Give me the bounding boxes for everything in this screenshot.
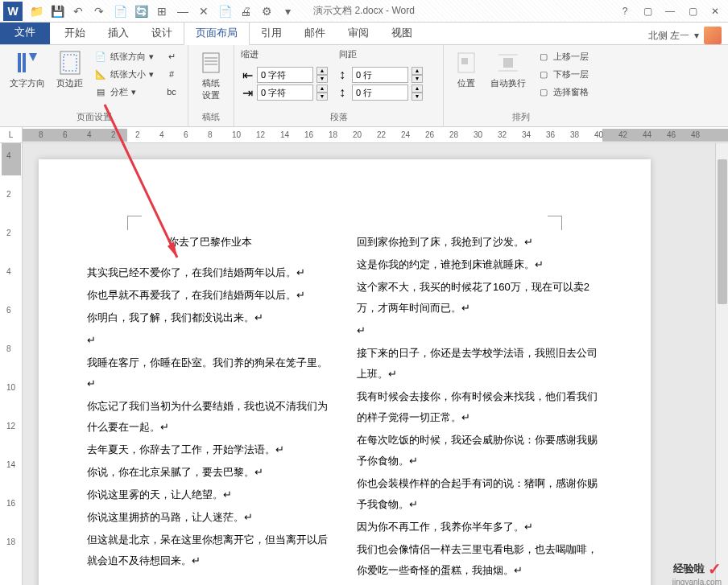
paragraph[interactable]: 这是你我的约定，谁抢到床谁就睡床。↵ (357, 254, 602, 275)
paragraph[interactable]: 我们也会像情侣一样去三里屯看电影，也去喝咖啡，你爱吃一些奇怪的蛋糕，我抽烟。↵ (357, 539, 602, 581)
spin-down[interactable]: ▼ (316, 75, 328, 83)
paragraph[interactable]: 你说，你在北京呆腻了，要去巴黎。↵ (87, 462, 333, 483)
qat-settings-icon[interactable]: ⚙ (259, 4, 274, 19)
group-arrange: 位置 自动换行 ▢上移一层 ▢下移一层 ▢选择窗格 排列 (444, 45, 598, 126)
tab-mailings[interactable]: 邮件 (293, 22, 337, 44)
spacing-title: 间距 (339, 48, 357, 60)
paragraph[interactable]: 你明白，我了解，我们都没说出来。↵ (87, 307, 333, 328)
qat-redo-icon[interactable]: ↷ (92, 4, 106, 19)
scroll-thumb[interactable] (718, 159, 727, 304)
columns-button[interactable]: ▤分栏▾ (91, 84, 157, 100)
tab-home[interactable]: 开始 (53, 22, 97, 44)
paragraph[interactable]: 因为你不再工作，我养你半年多了。↵ (357, 517, 602, 538)
vertical-ruler[interactable]: 4224681012141618 (0, 143, 23, 585)
orientation-button[interactable]: 📄纸张方向▾ (91, 48, 157, 64)
spin-up[interactable]: ▲ (316, 67, 328, 75)
paragraph[interactable]: 其实我已经不爱你了，在我们结婚两年以后。↵ (87, 262, 333, 283)
spin-up[interactable]: ▲ (412, 67, 423, 75)
space-before-input[interactable] (352, 67, 408, 83)
minimize-button[interactable]: — (660, 3, 680, 19)
manuscript-label: 稿纸 设置 (202, 77, 220, 101)
tab-design[interactable]: 设计 (140, 22, 184, 44)
paragraph[interactable]: 我睡在客厅，你睡在卧室。我们养的狗呆在笼子里。↵ (87, 352, 333, 394)
watermark-url: jingyanla.com (672, 578, 722, 585)
qat-close-icon[interactable]: ✕ (196, 4, 211, 19)
paragraph-group-label: 段落 (241, 109, 436, 125)
paragraph[interactable]: 去年夏天，你辞去了工作，开始学法语。↵ (87, 439, 333, 460)
column-2[interactable]: 回到家你抢到了床，我抢到了沙发。↵这是你我的约定，谁抢到床谁就睡床。↵这个家不大… (357, 232, 602, 585)
wrap-button[interactable]: 自动换行 (487, 48, 529, 109)
indent-right-input[interactable] (257, 84, 313, 101)
indent-right-icon: ⇥ (241, 86, 254, 99)
qat-refresh-icon[interactable]: 🔄 (134, 4, 148, 19)
space-after-input[interactable] (352, 84, 408, 101)
paragraph[interactable]: 你也会装模作样的合起手有词的说：猪啊，感谢你赐予我食物。↵ (357, 473, 602, 515)
send-backward-button[interactable]: ▢下移一层 (534, 66, 592, 82)
paragraph[interactable]: 你忘记了我们当初为什么要结婚，我也说不清我们为什么要在一起。↵ (87, 396, 333, 438)
column-1[interactable]: 你去了巴黎作业本 其实我已经不爱你了，在我们结婚两年以后。↵你也早就不再爱我了，… (87, 232, 333, 585)
spin-up[interactable]: ▲ (316, 84, 328, 93)
qat-dash-icon[interactable]: — (176, 4, 190, 19)
paragraph[interactable]: 回到家你抢到了床，我抢到了沙发。↵ (357, 232, 602, 253)
manuscript-button[interactable]: 稿纸 设置 (195, 48, 227, 109)
tab-insert[interactable]: 插入 (97, 22, 140, 44)
paragraph[interactable]: 接下来的日子，你还是去学校学法语，我照旧去公司上班。↵ (357, 343, 602, 385)
wrap-label: 自动换行 (490, 77, 526, 89)
tab-review[interactable]: 审阅 (337, 22, 380, 44)
qat-print-icon[interactable]: 🖨 (238, 4, 253, 19)
spin-up[interactable]: ▲ (412, 84, 423, 93)
selection-pane-button[interactable]: ▢选择窗格 (534, 84, 592, 100)
ruler-corner[interactable]: L (0, 127, 23, 142)
close-button[interactable]: ✕ (705, 3, 725, 19)
ribbon: 文字方向 页边距 📄纸张方向▾ 📐纸张大小▾ ▤分栏▾ ↵ # bc 页面设置 (0, 45, 728, 127)
space-before-icon: ↕ (336, 68, 349, 81)
user-name: 北侧 左一 (648, 29, 689, 43)
paragraph[interactable]: 我有时候会去接你，你有时候会来找我，他们看我们的样子觉得一切正常。↵ (357, 386, 602, 428)
ribbon-toggle-button[interactable]: ▢ (638, 3, 657, 19)
tab-view[interactable]: 视图 (380, 22, 424, 44)
horizontal-ruler[interactable]: L 86422468101214161820222426283032343638… (0, 127, 728, 143)
ribbon-tabs: 文件 开始 插入 设计 页面布局 引用 邮件 审阅 视图 北侧 左一 ▾ (0, 23, 728, 45)
qat-open-icon[interactable]: 📁 (29, 4, 43, 19)
size-button[interactable]: 📐纸张大小▾ (91, 66, 157, 82)
backward-icon: ▢ (537, 68, 550, 80)
paragraph[interactable]: 在每次吃饭的时候，我还会威胁你说：你要感谢我赐予你食物。↵ (357, 430, 602, 472)
text-direction-button[interactable]: 文字方向 (6, 48, 48, 109)
paragraph[interactable]: 你也早就不再爱我了，在我们结婚两年以后。↵ (87, 285, 333, 306)
spin-down[interactable]: ▼ (316, 93, 328, 101)
tab-references[interactable]: 引用 (250, 22, 293, 44)
hyphenation-button[interactable]: bc (162, 84, 181, 100)
qat-more-icon[interactable]: ▾ (280, 4, 295, 19)
svg-rect-10 (503, 58, 513, 68)
paragraph[interactable]: 你说这里拥挤的马路，让人迷茫。↵ (87, 507, 333, 528)
spin-down[interactable]: ▼ (412, 75, 423, 83)
qat-undo-icon[interactable]: ↶ (71, 4, 85, 19)
paragraph[interactable]: 你说这里雾的天，让人绝望。↵ (87, 484, 333, 505)
paragraph[interactable]: ↵ (357, 320, 602, 341)
indent-left-input[interactable] (257, 67, 313, 83)
qat-save-icon[interactable]: 💾 (50, 4, 64, 19)
margins-button[interactable]: 页边距 (53, 48, 86, 109)
bring-forward-button[interactable]: ▢上移一层 (534, 48, 592, 64)
vertical-scrollbar[interactable] (715, 143, 728, 585)
maximize-button[interactable]: ▢ (683, 3, 702, 19)
user-avatar[interactable] (704, 27, 722, 44)
qat-new-icon[interactable]: 📄 (113, 4, 127, 19)
tab-file[interactable]: 文件 (0, 20, 50, 44)
document-title[interactable]: 你去了巴黎作业本 (87, 232, 333, 253)
position-button[interactable]: 位置 (450, 48, 482, 109)
qat-table-icon[interactable]: ⊞ (155, 4, 169, 19)
qat-page-icon[interactable]: 📄 (217, 4, 232, 19)
spin-down[interactable]: ▼ (412, 93, 423, 101)
paragraph[interactable]: 但这就是北京，呆在这里你想离开它，但当离开以后就会迫不及待想回来。↵ (87, 529, 333, 571)
paragraph[interactable]: ↵ (87, 330, 333, 351)
svg-rect-1 (23, 53, 26, 72)
user-area[interactable]: 北侧 左一 ▾ (648, 27, 728, 44)
document-area[interactable]: 你去了巴黎作业本 其实我已经不爱你了，在我们结婚两年以后。↵你也早就不再爱我了，… (23, 143, 728, 585)
tab-page-layout[interactable]: 页面布局 (184, 21, 250, 45)
line-numbers-button[interactable]: # (162, 66, 181, 82)
paragraph[interactable]: 这个家不大，我买的时候花了160万，现在可以卖2万，才两年时间而已。↵ (357, 277, 602, 319)
breaks-button[interactable]: ↵ (162, 48, 181, 64)
page[interactable]: 你去了巴黎作业本 其实我已经不爱你了，在我们结婚两年以后。↵你也早就不再爱我了，… (39, 159, 651, 585)
help-button[interactable]: ? (615, 3, 635, 19)
